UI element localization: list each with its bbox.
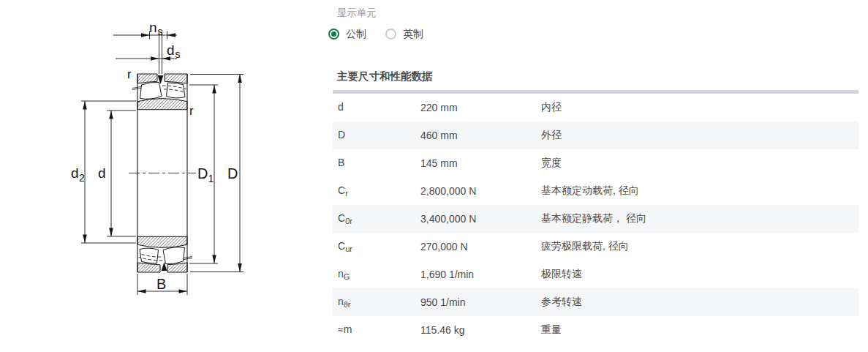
spec-table: d 220 mm 内径 D 460 mm 外径 B 145 mm 宽度 Cr 2… <box>333 90 858 344</box>
row-description: 疲劳极限载荷, 径向 <box>541 240 858 253</box>
row-value: 950 1/min <box>420 296 541 308</box>
label-r-inner: r <box>189 104 194 118</box>
display-unit-title: 显示单元 <box>337 7 377 20</box>
table-row-B: B 145 mm 宽度 <box>333 149 858 177</box>
row-symbol: nϑr <box>338 296 420 309</box>
row-symbol: C0r <box>338 212 420 225</box>
table-row-C0r: C0r 3,400,000 N 基本额定静载荷， 径向 <box>333 205 858 233</box>
row-value: 2,800,000 N <box>420 185 541 197</box>
row-value: 1,690 1/min <box>420 269 541 280</box>
label-D1-sub: 1 <box>208 173 214 184</box>
label-d: d <box>98 165 106 181</box>
radio-imperial-label[interactable]: 英制 <box>403 28 423 41</box>
bearing-dimension-diagram: n s d s r r d 2 d D 1 D B <box>0 0 322 352</box>
label-B: B <box>156 276 166 292</box>
row-value: 115.46 kg <box>420 324 541 336</box>
label-D1: D <box>197 165 208 181</box>
row-value: 270,000 N <box>420 241 541 252</box>
row-description: 参考转速 <box>541 296 858 309</box>
table-section-title: 主要尺寸和性能数据 <box>337 70 433 83</box>
table-row-mass: ≈m 115.46 kg 重量 <box>333 316 858 344</box>
table-row-d: d 220 mm 内径 <box>333 94 858 121</box>
row-symbol: D <box>338 129 420 142</box>
unit-radio-group: 公制 英制 <box>328 28 423 40</box>
row-description: 极限转速 <box>541 268 858 281</box>
radio-metric[interactable] <box>328 29 339 40</box>
label-ns-sub: s <box>158 26 163 37</box>
label-d2: d <box>71 165 79 181</box>
row-symbol: Cur <box>338 240 420 253</box>
row-value: 145 mm <box>420 157 541 169</box>
table-row-nG: nG 1,690 1/min 极限转速 <box>333 261 858 288</box>
row-description: 基本额定动载荷, 径向 <box>541 184 858 198</box>
table-row-nthr: nϑr 950 1/min 参考转速 <box>333 288 858 316</box>
bearing-section-svg: n s d s r r d 2 d D 1 D B <box>0 0 322 352</box>
dimension-lines <box>81 31 244 296</box>
row-description: 宽度 <box>541 157 858 170</box>
row-symbol: Cr <box>338 184 420 198</box>
row-description: 重量 <box>541 323 858 337</box>
radio-metric-label[interactable]: 公制 <box>346 28 366 41</box>
label-ds: d <box>167 42 175 58</box>
label-D: D <box>227 165 238 181</box>
row-value: 220 mm <box>420 102 541 113</box>
label-ns: n <box>149 20 157 35</box>
table-row-Cur: Cur 270,000 N 疲劳极限载荷, 径向 <box>333 233 858 261</box>
row-value: 460 mm <box>420 130 541 141</box>
row-symbol: B <box>338 157 420 170</box>
row-description: 外径 <box>541 129 858 142</box>
row-description: 基本额定静载荷， 径向 <box>541 212 858 225</box>
table-row-Cr: Cr 2,800,000 N 基本额定动载荷, 径向 <box>333 177 858 205</box>
dimension-arrows <box>83 33 242 293</box>
table-row-D: D 460 mm 外径 <box>333 121 858 149</box>
row-description: 内径 <box>541 101 858 114</box>
row-value: 3,400,000 N <box>420 213 541 225</box>
row-symbol: nG <box>338 268 420 281</box>
radio-imperial[interactable] <box>385 29 396 40</box>
label-r-top: r <box>127 67 132 81</box>
row-symbol: ≈m <box>338 323 420 337</box>
page: n s d s r r d 2 d D 1 D B 显示单元 公制 英制 主要尺… <box>0 0 868 352</box>
label-ds-sub: s <box>176 48 181 60</box>
label-d2-sub: 2 <box>79 172 85 184</box>
row-symbol: d <box>338 101 420 114</box>
bearing-data-panel: 显示单元 公制 英制 主要尺寸和性能数据 d 220 mm 内径 D 460 m… <box>328 0 859 352</box>
